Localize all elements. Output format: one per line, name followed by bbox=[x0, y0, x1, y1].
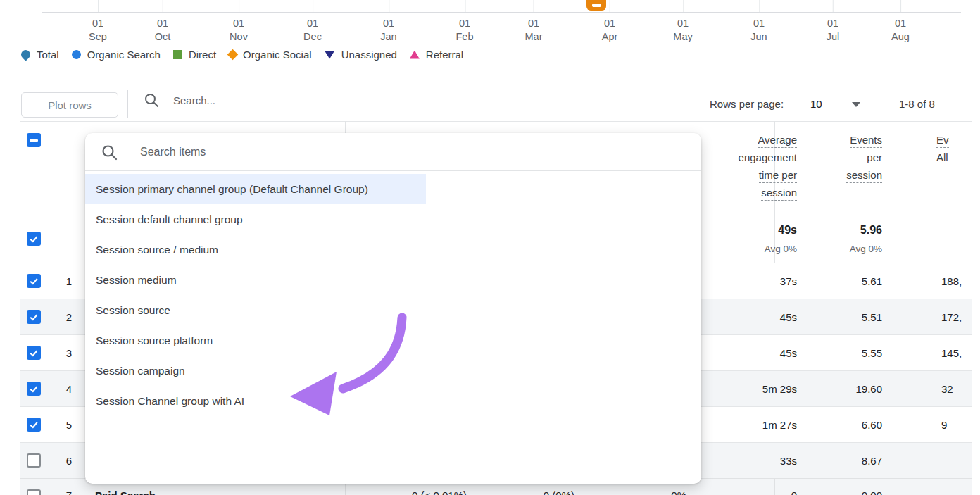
row-checkbox[interactable] bbox=[27, 489, 41, 495]
column-header-events-per-session[interactable]: Events per session bbox=[846, 134, 882, 187]
dropdown-search-input[interactable] bbox=[139, 145, 564, 159]
x-axis-tick: 01Mar bbox=[525, 0, 543, 44]
dropdown-item[interactable]: Session medium bbox=[85, 265, 701, 295]
legend-item: Direct bbox=[173, 49, 216, 61]
search-icon bbox=[144, 92, 159, 108]
table-search bbox=[144, 92, 386, 108]
legend-marker-icon bbox=[72, 50, 81, 59]
gridline bbox=[465, 0, 465, 12]
dropdown-item[interactable]: Session campaign bbox=[85, 356, 701, 386]
toolbar-bottom-border bbox=[20, 121, 972, 122]
row-checkbox[interactable] bbox=[27, 310, 41, 324]
x-axis-tick: 01Nov bbox=[230, 0, 248, 44]
x-axis-tick: 01Jan bbox=[380, 0, 396, 44]
x-axis-tick: 01Feb bbox=[456, 0, 474, 44]
row-checkbox[interactable] bbox=[27, 453, 41, 468]
search-input[interactable] bbox=[172, 94, 386, 107]
row-index: 1 bbox=[58, 275, 80, 287]
legend-label: Unassigned bbox=[341, 49, 397, 61]
row-checkbox[interactable] bbox=[27, 382, 41, 396]
row-checkbox[interactable] bbox=[27, 418, 41, 432]
ga4-traffic-acquisition-screen: 01Sep 01Oct 01Nov 01Dec 01Jan 01Feb 01Ma… bbox=[0, 0, 980, 495]
chart-x-axis-line bbox=[42, 12, 961, 13]
search-icon bbox=[101, 144, 118, 161]
totals-avg-engagement-time: 49s bbox=[778, 224, 797, 237]
x-axis-tick: 01Aug bbox=[891, 0, 910, 44]
plot-rows-button[interactable]: Plot rows bbox=[21, 92, 118, 118]
annotation-icon-slot bbox=[592, 4, 601, 7]
gridline bbox=[239, 0, 239, 12]
event-count-cell: 188, bbox=[941, 275, 972, 287]
rows-per-page-select[interactable]: 10 bbox=[810, 98, 822, 110]
dropdown-item[interactable]: Session Channel group with AI bbox=[85, 386, 701, 416]
chart-annotation-icon[interactable] bbox=[586, 0, 606, 11]
check-icon bbox=[28, 311, 39, 323]
pagination-range: 1-8 of 8 bbox=[899, 98, 935, 110]
legend-marker-icon bbox=[227, 49, 239, 61]
legend-label: Organic Search bbox=[87, 49, 161, 61]
events-per-session-cell: 6.60 bbox=[862, 419, 882, 431]
legend-item: Organic Social bbox=[229, 49, 312, 61]
avg-engagement-time-cell: 1m 27s bbox=[762, 419, 797, 431]
column-divider bbox=[774, 479, 775, 495]
legend-item: Total bbox=[21, 49, 59, 61]
row-index: 4 bbox=[58, 383, 80, 395]
column-header-event-count[interactable]: Event count All events bbox=[936, 134, 949, 169]
x-axis-tick: 01Jun bbox=[750, 0, 767, 44]
rows-per-page-label: Rows per page: bbox=[710, 98, 784, 110]
gridline bbox=[313, 0, 313, 12]
gridline bbox=[683, 0, 684, 12]
row-index: 2 bbox=[58, 311, 80, 323]
chart-legend: Total Organic Search Direct Organic Soci… bbox=[21, 49, 463, 61]
dropdown-item[interactable]: Session source platform bbox=[85, 325, 701, 356]
dropdown-item[interactable]: Session source / medium bbox=[85, 234, 701, 265]
events-per-session-cell: 5.55 bbox=[862, 347, 882, 359]
gridline bbox=[833, 0, 834, 12]
gridline bbox=[163, 0, 163, 12]
dropdown-item[interactable]: Session default channel group bbox=[85, 204, 701, 234]
column-header-avg-engagement-time[interactable]: Average engagement time per session bbox=[739, 134, 797, 204]
legend-label: Total bbox=[37, 49, 59, 61]
x-axis-tick: 01Sep bbox=[89, 0, 107, 44]
row-checkbox[interactable] bbox=[27, 274, 41, 288]
dropdown-item-label: Session source platform bbox=[96, 334, 213, 347]
dropdown-item[interactable]: Session source bbox=[85, 295, 701, 325]
row-index: 6 bbox=[58, 455, 80, 467]
card-top-border bbox=[20, 82, 972, 82]
x-axis-tick: 01Oct bbox=[155, 0, 171, 44]
dropdown-item-label: Session primary channel group (Default C… bbox=[96, 183, 368, 196]
totals-avg-engagement-sub: Avg 0% bbox=[765, 244, 797, 254]
dropdown-item-list: Session primary channel group (Default C… bbox=[85, 174, 701, 416]
x-axis-tick: 01Jul bbox=[827, 0, 840, 44]
row-index: 7 bbox=[58, 489, 80, 495]
gridline bbox=[610, 0, 610, 12]
indeterminate-icon bbox=[30, 139, 38, 142]
legend-label: Organic Social bbox=[243, 49, 312, 61]
dropdown-search bbox=[85, 133, 701, 171]
legend-marker-icon bbox=[173, 50, 182, 59]
dimension-dropdown-menu: Session primary channel group (Default C… bbox=[85, 133, 701, 484]
avg-engagement-time-cell: 45s bbox=[780, 347, 797, 359]
check-icon bbox=[28, 346, 39, 359]
channel-cell: Paid Search bbox=[95, 489, 156, 495]
avg-engagement-time-cell: 33s bbox=[780, 455, 797, 467]
select-all-checkbox[interactable] bbox=[27, 133, 41, 147]
check-icon bbox=[28, 232, 39, 245]
row-index: 3 bbox=[58, 347, 80, 359]
totals-events-sub: Avg 0% bbox=[850, 244, 882, 254]
legend-item: Unassigned bbox=[325, 49, 397, 61]
legend-item: Referral bbox=[410, 49, 463, 61]
chevron-down-icon[interactable] bbox=[852, 102, 860, 107]
vertical-scrollbar[interactable] bbox=[972, 82, 972, 495]
event-count-cell: 32 bbox=[941, 383, 972, 395]
check-icon bbox=[28, 275, 39, 287]
dropdown-item[interactable]: Session primary channel group (Default C… bbox=[85, 174, 426, 204]
gridline bbox=[759, 0, 760, 12]
legend-label: Direct bbox=[189, 49, 216, 61]
gridline bbox=[534, 0, 534, 12]
x-axis-tick: 01Dec bbox=[303, 0, 322, 44]
dropdown-item-label: Session default channel group bbox=[96, 213, 243, 226]
engaged-sessions-cell: 0 (0%) bbox=[544, 489, 574, 495]
totals-row-checkbox[interactable] bbox=[27, 232, 41, 246]
row-checkbox[interactable] bbox=[27, 346, 41, 360]
